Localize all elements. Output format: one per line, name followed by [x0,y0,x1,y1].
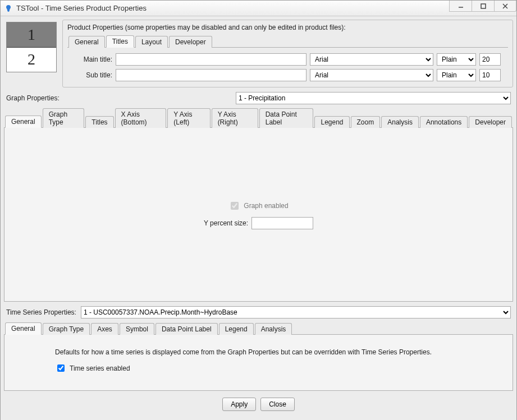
ts-tab-data-point-label[interactable]: Data Point Label [155,323,218,335]
ts-tab-analysis[interactable]: Analysis [255,323,292,335]
close-window-button[interactable] [494,1,516,12]
graph-tab-graph-type[interactable]: Graph Type [43,108,85,128]
product-properties-group: Product Properties (some properties may … [62,20,513,87]
sub-title-style-select[interactable]: Plain [437,69,476,81]
main-title-style-select[interactable]: Plain [437,53,476,66]
y-percent-size-label: Y percent size: [204,219,248,227]
graph-tab-annotations[interactable]: Annotations [420,116,468,128]
ts-tab-axes[interactable]: Axes [91,323,118,335]
ts-enabled-label: Time series enabled [70,364,130,372]
ts-general-panel: Defaults for how a time series is displa… [4,335,513,391]
preview-thumbnail: 1 2 [6,22,57,72]
main-title-font-select[interactable]: Arial [310,53,433,66]
y-percent-size-input[interactable] [251,217,313,229]
time-series-properties-label: Time Series Properties: [6,308,76,316]
product-tab-layout[interactable]: Layout [135,36,168,48]
main-title-label: Main title: [67,56,112,63]
graph-tab-legend[interactable]: Legend [314,116,349,128]
graph-tab-y-axis-right[interactable]: Y Axis (Right) [212,108,258,128]
close-button[interactable]: Close [260,398,295,411]
graph-tab-titles[interactable]: Titles [85,116,113,128]
graph-tab-y-axis-left[interactable]: Y Axis (Left) [167,108,210,128]
main-title-input[interactable] [116,53,306,66]
graph-tab-analysis[interactable]: Analysis [381,116,419,128]
ts-tab-symbol[interactable]: Symbol [120,323,154,335]
graph-general-panel: Graph enabled Y percent size: [4,128,513,302]
preview-panel-2: 2 [7,48,56,72]
maximize-button[interactable] [472,1,494,12]
graph-properties-label: Graph Properties: [6,94,60,102]
ts-tab-general[interactable]: General [5,322,42,335]
graph-enabled-label: Graph enabled [244,202,288,210]
apply-button[interactable]: Apply [222,398,256,411]
product-tab-titles[interactable]: Titles [106,35,134,48]
ts-hint-text: Defaults for how a time series is displa… [55,348,462,356]
app-icon [4,4,13,13]
product-tab-general[interactable]: General [68,36,105,48]
graph-enabled-checkbox [231,202,239,210]
ts-enabled-checkbox[interactable] [57,364,65,372]
sub-title-input[interactable] [116,69,306,81]
time-series-select[interactable]: 1 - USC00057337.NOAA.Precip.Month~HydroB… [81,306,511,319]
ts-tab-legend[interactable]: Legend [219,323,254,335]
product-properties-heading: Product Properties (some properties may … [67,24,508,31]
ts-tabs: General Graph Type Axes Symbol Data Poin… [4,322,513,335]
graph-tab-zoom[interactable]: Zoom [351,116,381,128]
graph-tab-general[interactable]: General [5,116,42,128]
graph-tab-developer[interactable]: Developer [469,116,512,128]
graph-select[interactable]: 1 - Precipitation [236,92,511,104]
minimize-button[interactable] [449,1,472,12]
graph-tabs: General Graph Type Titles X Axis (Bottom… [4,108,513,128]
preview-panel-1: 1 [7,22,56,48]
product-tab-developer[interactable]: Developer [169,36,212,48]
graph-tab-data-point-label[interactable]: Data Point Label [259,108,314,128]
window-title: TSTool - Time Series Product Properties [16,4,147,12]
svg-rect-1 [481,4,486,8]
ts-tab-graph-type[interactable]: Graph Type [43,323,90,335]
product-tabs: General Titles Layout Developer [67,35,508,48]
sub-title-label: Sub title: [67,71,112,79]
graph-tab-x-axis-bottom[interactable]: X Axis (Bottom) [115,108,167,128]
sub-title-size-input[interactable] [479,69,501,81]
sub-title-font-select[interactable]: Arial [310,69,433,81]
title-bar: TSTool - Time Series Product Properties [1,1,516,16]
main-title-size-input[interactable] [479,53,501,66]
